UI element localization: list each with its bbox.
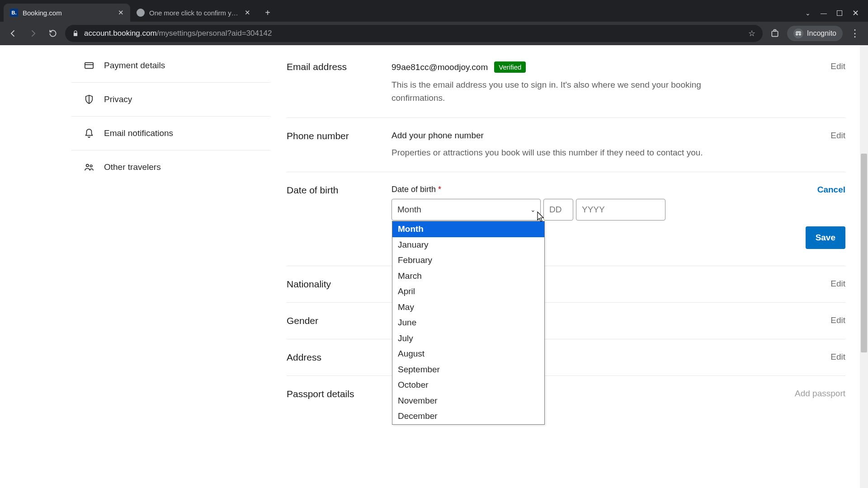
row-passport-details: Passport details Not provided Add passpo… xyxy=(287,375,845,412)
row-label: Passport details xyxy=(287,389,392,399)
month-option-december[interactable]: December xyxy=(392,408,544,424)
sidebar-item-other-travelers[interactable]: Other travelers xyxy=(71,150,270,184)
dob-field-label-text: Date of birth xyxy=(392,185,436,194)
row-gender: Gender Edit xyxy=(287,302,845,339)
phone-value: Add your phone number xyxy=(392,131,484,141)
dob-month-selected: Month xyxy=(397,205,421,215)
sidebar-item-privacy[interactable]: Privacy xyxy=(71,83,270,117)
row-phone-number: Phone number Add your phone number Prope… xyxy=(287,117,845,172)
browser-tab-inactive[interactable]: One more click to confirm your ✕ xyxy=(130,4,257,22)
favicon-generic xyxy=(137,9,145,17)
month-option-october[interactable]: October xyxy=(392,377,544,393)
month-option-june[interactable]: June xyxy=(392,315,544,331)
row-label: Email address xyxy=(287,61,392,72)
row-email-address: Email address 99ae81cc@moodjoy.com Verif… xyxy=(287,49,845,117)
bell-icon xyxy=(84,128,94,138)
sidebar-item-email-notifications[interactable]: Email notifications xyxy=(71,117,270,150)
forward-button[interactable] xyxy=(25,26,41,41)
close-tab-icon[interactable]: ✕ xyxy=(118,9,124,17)
svg-point-2 xyxy=(796,33,798,35)
settings-sidebar: Payment details Privacy Email notificati… xyxy=(71,49,270,412)
chevron-down-icon: ⌄ xyxy=(530,206,536,213)
dob-inputs: Month ⌄ Month January February March Apr… xyxy=(392,199,769,221)
dob-month-select[interactable]: Month ⌄ Month January February March Apr… xyxy=(392,199,541,221)
incognito-icon xyxy=(793,28,803,38)
incognito-badge[interactable]: Incognito xyxy=(787,26,843,41)
month-option-january[interactable]: January xyxy=(392,237,544,253)
dob-edit-block: Date of birth * Month ⌄ Month January Fe… xyxy=(392,185,769,221)
svg-rect-4 xyxy=(85,63,93,69)
dob-field-label: Date of birth * xyxy=(392,185,769,194)
edit-email-link[interactable]: Edit xyxy=(769,61,845,71)
dob-month-dropdown[interactable]: Month January February March April May J… xyxy=(392,221,545,425)
url-text: account.booking.com/mysettings/personal?… xyxy=(84,29,743,38)
month-option-march[interactable]: March xyxy=(392,268,544,284)
edit-gender-link[interactable]: Edit xyxy=(769,315,845,325)
tab-title: One more click to confirm your xyxy=(149,9,240,17)
vertical-scrollbar[interactable] xyxy=(860,45,868,488)
sidebar-item-payment-details[interactable]: Payment details xyxy=(71,49,270,83)
browser-menu-icon[interactable]: ⋮ xyxy=(847,28,863,39)
page: Payment details Privacy Email notificati… xyxy=(5,45,863,412)
svg-point-3 xyxy=(799,33,801,35)
browser-tab-active[interactable]: B. Booking.com ✕ xyxy=(4,4,130,22)
row-value: 99ae81cc@moodjoy.com Verified This is th… xyxy=(392,61,769,105)
email-description: This is the email address you use to sig… xyxy=(392,78,717,105)
row-label: Nationality xyxy=(287,279,392,290)
edit-address-link[interactable]: Edit xyxy=(769,352,845,362)
month-option-february[interactable]: February xyxy=(392,253,544,268)
month-option-may[interactable]: May xyxy=(392,300,544,315)
browser-tab-strip: B. Booking.com ✕ One more click to confi… xyxy=(0,0,868,22)
back-button[interactable] xyxy=(5,26,21,41)
month-option-september[interactable]: September xyxy=(392,362,544,378)
settings-main: Email address 99ae81cc@moodjoy.com Verif… xyxy=(270,49,863,412)
sidebar-item-label: Privacy xyxy=(104,94,132,104)
url-host: account.booking.com xyxy=(84,29,157,38)
row-date-of-birth: Date of birth Date of birth * Month ⌄ Mo… xyxy=(287,172,845,266)
sidebar-item-label: Other travelers xyxy=(104,162,161,172)
sidebar-item-label: Payment details xyxy=(104,61,165,70)
reload-button[interactable] xyxy=(45,26,61,41)
cancel-dob-link[interactable]: Cancel xyxy=(769,185,845,195)
address-bar[interactable]: account.booking.com/mysettings/personal?… xyxy=(65,25,763,42)
month-option-placeholder[interactable]: Month xyxy=(392,221,544,237)
row-label: Address xyxy=(287,352,392,363)
window-minimize-icon[interactable]: — xyxy=(821,9,827,17)
svg-point-7 xyxy=(90,165,92,167)
shield-icon xyxy=(84,94,94,104)
month-option-november[interactable]: November xyxy=(392,393,544,409)
page-viewport: Payment details Privacy Email notificati… xyxy=(0,45,868,488)
window-close-icon[interactable]: ✕ xyxy=(852,8,859,18)
month-option-august[interactable]: August xyxy=(392,346,544,362)
tabbar-right: ⌄ — ✕ xyxy=(805,8,864,18)
browser-toolbar: account.booking.com/mysettings/personal?… xyxy=(0,22,868,45)
row-nationality: Nationality Edit xyxy=(287,266,845,302)
month-option-july[interactable]: July xyxy=(392,331,544,347)
tab-title: Booking.com xyxy=(23,9,113,17)
verified-badge: Verified xyxy=(494,61,526,73)
month-option-april[interactable]: April xyxy=(392,284,544,300)
svg-rect-1 xyxy=(774,30,776,31)
edit-phone-link[interactable]: Edit xyxy=(769,131,845,141)
row-value: Add your phone number Properties or attr… xyxy=(392,131,769,159)
row-label: Phone number xyxy=(287,131,392,141)
people-icon xyxy=(84,162,94,172)
new-tab-button[interactable]: + xyxy=(260,5,275,20)
svg-point-6 xyxy=(86,164,89,167)
scrollbar-thumb[interactable] xyxy=(861,154,867,352)
chevron-down-icon[interactable]: ⌄ xyxy=(805,9,811,17)
extensions-icon[interactable] xyxy=(767,26,783,41)
bookmark-star-icon[interactable]: ☆ xyxy=(748,28,755,38)
edit-nationality-link[interactable]: Edit xyxy=(769,279,845,289)
url-path: /mysettings/personal?aid=304142 xyxy=(157,29,272,38)
row-address: Address Edit xyxy=(287,339,845,375)
dob-day-input[interactable] xyxy=(543,199,573,221)
dob-year-input[interactable] xyxy=(576,199,665,221)
save-button[interactable]: Save xyxy=(806,226,845,249)
row-label: Gender xyxy=(287,315,392,326)
window-maximize-icon[interactable] xyxy=(837,10,842,16)
add-passport-link[interactable]: Add passport xyxy=(769,389,845,399)
sidebar-item-label: Email notifications xyxy=(104,128,173,138)
favicon-booking: B. xyxy=(10,9,18,17)
close-tab-icon[interactable]: ✕ xyxy=(245,9,250,17)
